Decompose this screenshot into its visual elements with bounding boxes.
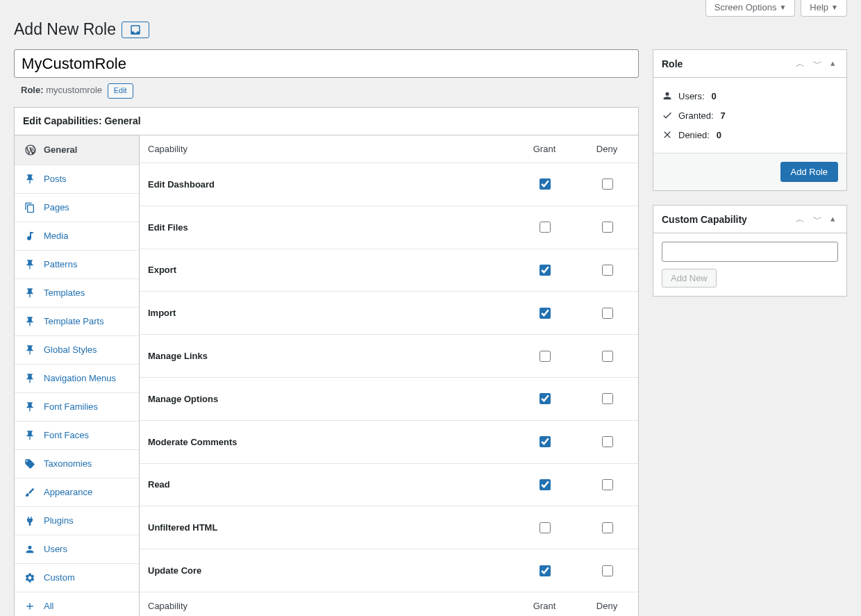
users-value: 0: [712, 91, 717, 101]
pin-icon: [24, 259, 37, 270]
capability-row: Manage Options: [140, 377, 638, 420]
capability-row: Edit Dashboard: [140, 163, 638, 206]
deny-checkbox[interactable]: [602, 308, 613, 319]
cap-tab-font-families[interactable]: Font Families: [15, 393, 139, 422]
deny-checkbox[interactable]: [602, 436, 613, 447]
chevron-up-icon[interactable]: ︿: [793, 56, 808, 72]
role-box: Role ︿ ﹀ ▴ Users: 0: [653, 49, 847, 191]
cap-tab-appearance[interactable]: Appearance: [15, 478, 139, 507]
cap-tab-global-styles[interactable]: Global Styles: [15, 336, 139, 365]
grant-checkbox[interactable]: [540, 222, 551, 233]
grant-checkbox[interactable]: [540, 393, 551, 404]
col-deny-foot: Deny: [576, 592, 638, 616]
inbox-icon[interactable]: [122, 22, 149, 38]
deny-checkbox[interactable]: [602, 565, 613, 576]
slug-row: Role: mycustomrole Edit: [14, 78, 639, 107]
deny-checkbox[interactable]: [602, 178, 613, 190]
deny-checkbox[interactable]: [602, 479, 613, 490]
capability-name: Export: [140, 249, 513, 292]
deny-checkbox[interactable]: [602, 522, 613, 533]
cap-tab-templates[interactable]: Templates: [15, 279, 139, 308]
grant-checkbox[interactable]: [540, 565, 551, 576]
col-grant: Grant: [513, 135, 576, 163]
pages-icon: [24, 202, 37, 213]
chevron-up-icon[interactable]: ︿: [793, 212, 808, 227]
triangle-up-icon[interactable]: ▴: [828, 212, 838, 227]
pin-icon: [24, 344, 37, 356]
cap-tab-taxonomies[interactable]: Taxonomies: [15, 450, 139, 478]
capability-row: Edit Files: [140, 206, 638, 249]
capability-name: Unfiltered HTML: [140, 506, 513, 549]
cap-tab-label: Posts: [44, 174, 67, 184]
media-icon: [24, 231, 37, 242]
capability-row: Update Core: [140, 549, 638, 592]
col-deny: Deny: [576, 135, 638, 163]
triangle-up-icon[interactable]: ▴: [828, 56, 838, 72]
chevron-down-icon[interactable]: ﹀: [810, 212, 825, 227]
role-name-input[interactable]: [14, 49, 639, 78]
pin-icon: [24, 174, 37, 185]
granted-label: Granted:: [678, 110, 714, 121]
page-title: Add New Role: [14, 20, 847, 39]
grant-checkbox[interactable]: [540, 308, 551, 319]
user-icon: [24, 544, 37, 555]
deny-checkbox[interactable]: [602, 351, 613, 362]
col-capability-foot: Capability: [140, 592, 513, 616]
cap-tab-all[interactable]: All: [15, 592, 139, 616]
edit-capabilities-box: Edit Capabilities: General GeneralPostsP…: [14, 107, 639, 616]
capability-name: Read: [140, 463, 513, 506]
pin-icon: [24, 430, 37, 441]
custom-capability-input[interactable]: [662, 242, 838, 262]
capability-row: Read: [140, 463, 638, 506]
help-button[interactable]: Help ▼: [801, 0, 847, 17]
wordpress-icon: [24, 144, 37, 156]
granted-value: 7: [721, 110, 726, 121]
grant-checkbox[interactable]: [540, 351, 551, 362]
pin-icon: [24, 316, 37, 327]
custom-capability-box: Custom Capability ︿ ﹀ ▴ Add New: [653, 205, 847, 297]
slug-label: Role:: [21, 85, 44, 95]
add-role-button[interactable]: Add Role: [780, 162, 838, 182]
grant-checkbox[interactable]: [540, 178, 551, 190]
cap-tab-users[interactable]: Users: [15, 535, 139, 564]
plug-icon: [24, 515, 37, 526]
users-label: Users:: [678, 91, 705, 101]
granted-stat: Granted: 7: [662, 106, 838, 125]
denied-label: Denied:: [678, 130, 710, 140]
screen-options-button[interactable]: Screen Options ▼: [705, 0, 796, 17]
cap-tab-label: Global Styles: [44, 344, 97, 355]
cap-tab-label: Users: [44, 544, 67, 554]
chevron-down-icon[interactable]: ﹀: [810, 56, 825, 72]
cap-tab-pages[interactable]: Pages: [15, 194, 139, 222]
cap-tab-navigation-menus[interactable]: Navigation Menus: [15, 365, 139, 393]
users-stat: Users: 0: [662, 86, 838, 106]
cap-tab-general[interactable]: General: [15, 135, 139, 165]
add-new-capability-button[interactable]: Add New: [662, 269, 717, 288]
cap-tab-label: Font Faces: [44, 430, 89, 440]
cap-tab-patterns[interactable]: Patterns: [15, 251, 139, 279]
deny-checkbox[interactable]: [602, 393, 613, 404]
cap-tab-plugins[interactable]: Plugins: [15, 507, 139, 535]
cap-tab-posts[interactable]: Posts: [15, 165, 139, 194]
cap-tab-custom[interactable]: Custom: [15, 564, 139, 592]
pin-icon: [24, 401, 37, 413]
grant-checkbox[interactable]: [540, 522, 551, 533]
grant-checkbox[interactable]: [540, 265, 551, 276]
grant-checkbox[interactable]: [540, 436, 551, 447]
screen-options-label: Screen Options: [714, 2, 777, 13]
cap-tab-template-parts[interactable]: Template Parts: [15, 308, 139, 336]
user-icon: [662, 90, 673, 101]
edit-slug-button[interactable]: Edit: [108, 83, 133, 99]
deny-checkbox[interactable]: [602, 265, 613, 276]
capability-name: Update Core: [140, 549, 513, 592]
cap-tab-font-faces[interactable]: Font Faces: [15, 422, 139, 450]
plus-icon: [24, 601, 37, 612]
cap-tab-label: Templates: [44, 288, 85, 298]
cap-tab-media[interactable]: Media: [15, 222, 139, 251]
capability-name: Edit Dashboard: [140, 163, 513, 206]
col-capability: Capability: [140, 135, 513, 163]
deny-checkbox[interactable]: [602, 222, 613, 233]
page-title-text: Add New Role: [14, 20, 116, 39]
edit-capabilities-title: Edit Capabilities: General: [23, 115, 141, 126]
grant-checkbox[interactable]: [540, 479, 551, 490]
